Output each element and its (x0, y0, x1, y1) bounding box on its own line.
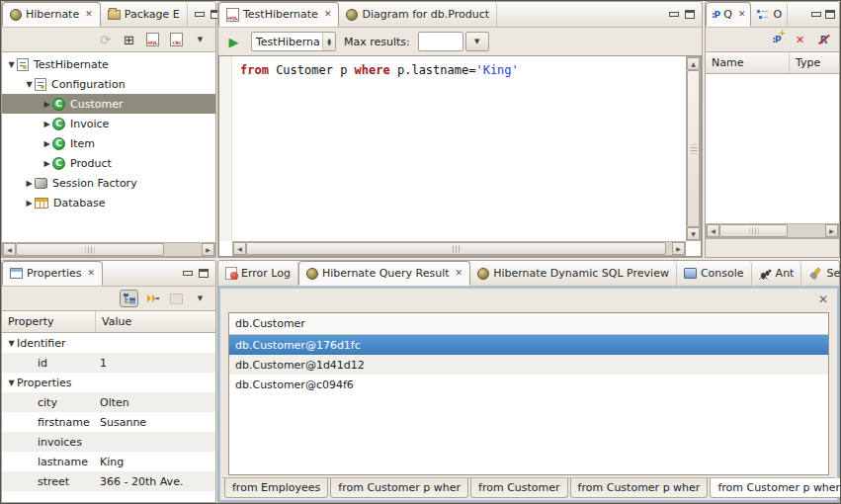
scroll-right-icon[interactable]: ▶ (825, 224, 838, 237)
collapse-arrow-icon[interactable]: ▶ (42, 139, 52, 148)
tab-search[interactable]: Search (801, 261, 841, 286)
max-results-dropdown-button[interactable]: ▼ (465, 32, 489, 51)
property-row-street[interactable]: street 366 - 20th Ave. (2, 471, 215, 491)
result-row[interactable]: db.Customer@1d41d12 (229, 355, 828, 375)
tab-properties[interactable]: Properties ✕ (2, 261, 103, 286)
close-icon[interactable]: ✕ (456, 269, 463, 278)
property-row-city[interactable]: city Olten (2, 392, 215, 412)
maximize-button[interactable] (199, 269, 209, 278)
tree-item-invoice[interactable]: ▶ C Invoice (2, 114, 215, 133)
ignore-parameters-button[interactable]: R (814, 31, 833, 48)
remove-parameter-button[interactable]: ✕ (791, 31, 809, 48)
property-row-firstname[interactable]: firstname Susanne (2, 412, 215, 432)
hql-query-text[interactable]: from Customer p where p.lastname='King' (240, 63, 519, 77)
property-row-id[interactable]: id 1 (2, 353, 215, 373)
expand-arrow-icon[interactable]: ▼ (6, 378, 17, 387)
tree-item-configuration[interactable]: ▼ Configuration (2, 74, 215, 94)
column-type[interactable]: Type (790, 52, 839, 73)
view-menu-button[interactable]: ▼ (191, 31, 210, 48)
query-target-combo[interactable]: TestHiberna ▲▼ (251, 32, 336, 51)
result-row[interactable]: db.Customer@176d1fc (229, 335, 828, 355)
horizontal-scrollbar[interactable]: ◀ ▶ (706, 223, 839, 238)
refresh-button[interactable]: ⟳ (96, 31, 115, 48)
add-parameter-button[interactable]: :P+ (767, 31, 786, 48)
minimize-button[interactable] (669, 12, 679, 17)
minimize-button[interactable] (183, 271, 193, 276)
tab-hibernate-query-result[interactable]: Hibernate Query Result ✕ (298, 261, 470, 286)
scroll-right-icon[interactable]: ▶ (202, 243, 214, 256)
property-row-properties-group[interactable]: ▼Properties (2, 373, 215, 392)
close-icon[interactable]: ✕ (88, 269, 96, 278)
close-query-page-icon[interactable]: ✕ (818, 293, 828, 306)
restore-default-button[interactable] (167, 290, 186, 307)
column-value[interactable]: Value (96, 311, 215, 332)
collapse-arrow-icon[interactable]: ▶ (42, 120, 52, 128)
scroll-down-icon[interactable]: ▼ (687, 227, 700, 240)
scroll-left-icon[interactable]: ◀ (3, 243, 16, 256)
open-hql-editor-button[interactable]: HQL (143, 31, 162, 48)
close-icon[interactable]: ✕ (85, 10, 93, 19)
scrollbar-thumb[interactable] (687, 70, 700, 227)
add-configuration-button[interactable]: ⊞ (120, 31, 138, 48)
run-query-button[interactable]: ▶ (224, 33, 243, 50)
collapse-arrow-icon[interactable]: ▶ (24, 199, 35, 208)
open-criteria-editor-button[interactable]: CRI (167, 31, 186, 48)
property-row-invoices[interactable]: invoices (2, 432, 215, 452)
close-icon[interactable]: ✕ (324, 10, 332, 19)
result-row[interactable]: db.Customer@c094f6 (229, 375, 828, 394)
tree-item-customer[interactable]: ▶ C Customer (2, 94, 215, 114)
expand-arrow-icon[interactable]: ▼ (6, 339, 17, 348)
horizontal-scrollbar[interactable]: ◀ ▶ (232, 241, 686, 256)
tab-error-log[interactable]: Error Log (218, 261, 298, 286)
tab-outline[interactable]: O (751, 2, 788, 27)
tree-item-testhibernate[interactable]: ▼ TestHibernate (2, 54, 215, 74)
tree-item-session-factory[interactable]: ▶ Session Factory (2, 173, 215, 193)
tree-item-database[interactable]: ▶ Database (2, 193, 215, 212)
horizontal-scrollbar[interactable]: ◀ ▶ (2, 242, 215, 257)
maximize-button[interactable] (825, 10, 835, 19)
query-tab-from-customer-3[interactable]: from Customer p wher (570, 478, 709, 498)
tree-item-product[interactable]: ▶ C Product (2, 153, 215, 173)
tree-item-item[interactable]: ▶ C Item (2, 133, 215, 153)
query-tab-from-customer-active[interactable]: from Customer p wher ✕ (710, 478, 841, 498)
column-property[interactable]: Property (2, 311, 96, 332)
property-row-lastname[interactable]: lastname King (2, 452, 215, 471)
query-tab-from-employees[interactable]: from Employees (224, 478, 328, 498)
tab-hibernate[interactable]: Hibernate ✕ (2, 2, 101, 27)
spinner-icon[interactable]: ▲▼ (322, 33, 335, 50)
scrollbar-track[interactable] (788, 224, 825, 237)
scroll-up-icon[interactable]: ▲ (687, 57, 700, 70)
tab-package-explorer[interactable]: Package E (101, 2, 188, 27)
vertical-scrollbar[interactable]: ▲ ▼ (686, 56, 701, 241)
scrollbar-thumb[interactable] (246, 242, 666, 255)
tab-ant[interactable]: Ant (752, 261, 802, 286)
scrollbar-thumb[interactable] (16, 243, 164, 256)
spinner-down-icon[interactable]: ▼ (327, 42, 331, 45)
tab-testhibernate-editor[interactable]: HQL TestHibernate ✕ (218, 2, 339, 27)
tab-diagram-db-product[interactable]: Diagram for db.Product (339, 2, 497, 27)
query-tab-from-customer-1[interactable]: from Customer p wher (330, 478, 468, 498)
minimize-button[interactable] (195, 12, 205, 17)
maximize-button[interactable] (685, 10, 695, 19)
expand-arrow-icon[interactable]: ▼ (24, 80, 35, 89)
scrollbar-track[interactable] (164, 243, 202, 256)
tab-hibernate-dynamic-sql-preview[interactable]: Hibernate Dynamic SQL Preview (470, 261, 677, 286)
scroll-right-icon[interactable]: ▶ (672, 242, 685, 255)
scrollbar-thumb[interactable] (719, 224, 788, 237)
max-results-input[interactable] (418, 32, 463, 51)
column-name[interactable]: Name (706, 52, 790, 73)
tab-query-parameters[interactable]: :P Q ✕ (706, 2, 751, 27)
hql-editor-body[interactable]: from Customer p where p.lastname='King' … (218, 55, 702, 257)
collapse-arrow-icon[interactable]: ▶ (24, 179, 35, 188)
close-icon[interactable]: ✕ (738, 10, 746, 19)
show-advanced-properties-button[interactable] (143, 290, 162, 307)
property-row-identifier[interactable]: ▼Identifier (2, 333, 215, 353)
collapse-arrow-icon[interactable]: ▶ (42, 100, 52, 109)
show-categories-button[interactable] (120, 290, 138, 307)
tab-console[interactable]: Console (677, 261, 752, 286)
scroll-left-icon[interactable]: ◀ (233, 242, 246, 255)
view-menu-button[interactable]: ▼ (191, 290, 210, 307)
collapse-arrow-icon[interactable]: ▶ (42, 159, 52, 168)
expand-arrow-icon[interactable]: ▼ (6, 60, 17, 69)
scroll-left-icon[interactable]: ◀ (707, 224, 719, 237)
